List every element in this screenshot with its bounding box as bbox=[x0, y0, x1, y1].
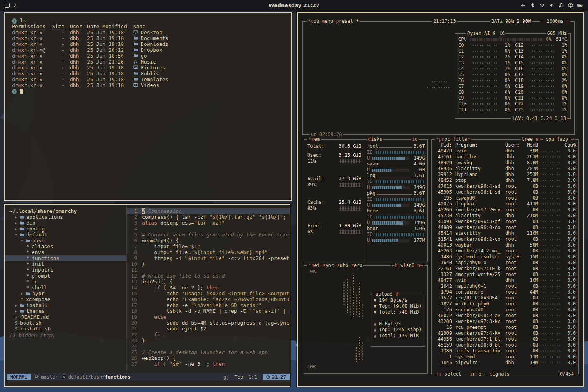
tab[interactable]: preset * bbox=[336, 18, 359, 24]
process-row[interactable]: 22161kworker/u97:10-kroot0B0.0 bbox=[432, 266, 578, 272]
volume-icon[interactable] bbox=[549, 3, 554, 8]
net-tabs[interactable]: *net─sync─auto─zero bbox=[307, 263, 363, 269]
process-row[interactable]: 48477nvimdhh10M0.0 bbox=[432, 278, 578, 283]
tree-item-inputrc[interactable]: *inputrc bbox=[5, 267, 126, 273]
process-row[interactable]: 31541kworker/u96:2-coroot0B0.0 bbox=[432, 236, 578, 242]
process-row[interactable]: 45305kworker/u96:1-sdroot0B0.0 bbox=[432, 189, 578, 195]
bluetooth-icon[interactable] bbox=[530, 3, 535, 8]
process-row[interactable]: 45414alacrittydhh210M0.0 bbox=[432, 230, 578, 236]
process-row[interactable]: 16rcu_preemptroot0B0.0 bbox=[432, 325, 578, 330]
tree-item-functions[interactable]: *functions bbox=[5, 255, 126, 261]
process-row[interactable]: 1642napi/phy0-1root0B0.0 bbox=[432, 283, 578, 289]
tab[interactable]: sync bbox=[323, 263, 334, 268]
process-row[interactable]: 44889kworker/u96:0-coroot0B0.0 bbox=[432, 225, 578, 230]
core-row: C01%C121% bbox=[455, 42, 570, 48]
tree-item-boot.sh[interactable]: $boot.sh bbox=[5, 320, 126, 326]
process-row[interactable]: 48429swaybgdhh8.6M0.0 bbox=[432, 160, 578, 166]
tree-item-prompt[interactable]: *prompt bbox=[5, 273, 126, 279]
proc-tabs[interactable]: *proc─filter bbox=[435, 136, 471, 142]
tab[interactable]: zero bbox=[351, 263, 362, 268]
process-row[interactable]: 44956kworker/u97:1-btroot0B0.0 bbox=[432, 336, 578, 342]
net-scale-bottom: 10K bbox=[307, 364, 316, 370]
process-row[interactable]: 1380btrfs-transactioroot0B0.0 bbox=[432, 348, 578, 354]
process-row[interactable]: 1327dmcrypt_write/25root0B0.0 bbox=[432, 272, 578, 278]
tree-item-envs[interactable]: *envs bbox=[5, 249, 126, 255]
system-monitor-window-btop[interactable]: *cpu─menu─preset * 21:27:13 BAT▲ 98% 2.9… bbox=[297, 12, 584, 387]
process-row[interactable]: 48452btopdhh7.8M0.0 bbox=[432, 178, 578, 183]
tree-item-bin[interactable]: ▸bin bbox=[5, 220, 126, 226]
tree-item-shell[interactable]: *shell bbox=[5, 285, 126, 290]
file-row: drwxr-xr-x-dhh25 Jun 19:18Desktop bbox=[12, 29, 291, 35]
user-icon[interactable] bbox=[568, 3, 573, 8]
process-row[interactable]: 176kcompactd0root0B0.0 bbox=[432, 307, 578, 313]
clock[interactable]: Wednesday 21:27 bbox=[0, 2, 588, 8]
process-row[interactable]: 45266kworker/u97:2+evroot0B0.0 bbox=[432, 207, 578, 213]
mem-stat-avail: Avail:27.3 GiB89% bbox=[307, 176, 361, 200]
process-row[interactable]: 45159kworker/u98:0-btroot0B0.0 bbox=[432, 342, 578, 348]
process-row[interactable]: 43208kworker/u97:3-kcroot0B0.0 bbox=[432, 319, 578, 325]
tree-item-aliases[interactable]: *aliases bbox=[5, 243, 126, 249]
wifi-icon[interactable] bbox=[539, 3, 545, 8]
editor-statusline: NORMAL master default/bash/functions gj … bbox=[5, 373, 290, 381]
process-row[interactable]: 1640napi/phy0-0root0B0.0 bbox=[432, 260, 578, 266]
tab[interactable]: *cpu bbox=[308, 18, 319, 24]
tree-item-README.md[interactable]: README.md bbox=[5, 314, 126, 320]
process-row[interactable]: 195kswapd0root0B0.0 bbox=[432, 195, 578, 201]
process-mem-graph bbox=[541, 221, 562, 222]
editor-window-neovim[interactable]: ~/.local/share/omarchy▸applications▸bin▸… bbox=[4, 204, 290, 387]
disks-tab[interactable]: disks bbox=[367, 136, 383, 142]
process-row[interactable]: 1577irq/81-PIXA3854:root0B0.0 bbox=[432, 295, 578, 301]
cpu-tabs[interactable]: *cpu─menu─preset * bbox=[307, 18, 360, 24]
process-row[interactable]: 1845pipewiredhh14M0.0 bbox=[432, 360, 578, 366]
tree-item-applications[interactable]: ▸applications bbox=[5, 214, 126, 220]
process-row[interactable]: 47613kworker/u96:4-sdroot0B0.0 bbox=[432, 183, 578, 189]
io-tab[interactable]: io bbox=[411, 136, 419, 142]
proc-footer[interactable]: ↑↓ select ─ info ─ signals bbox=[435, 371, 511, 377]
tree-item-themes[interactable]: ▸themes bbox=[5, 308, 126, 314]
mem-tab[interactable]: *mem bbox=[307, 136, 321, 142]
net-stats-title[interactable]: upload d bbox=[374, 291, 399, 297]
process-row[interactable]: 43091kworker/u96:3-gfroot0B0.0 bbox=[432, 219, 578, 225]
process-row[interactable]: 47161nautilusdhh263M0.0 bbox=[432, 154, 578, 160]
process-row[interactable]: 48478nvimdhh38M0.0 bbox=[432, 148, 578, 154]
network-interface[interactable]: ←b wlan0 n→ bbox=[391, 263, 425, 269]
tree-item-install.sh[interactable]: $install.sh bbox=[5, 326, 126, 332]
footer-action[interactable]: signals bbox=[490, 371, 510, 377]
process-row[interactable]: 40075dropboxroot413M0.0 bbox=[432, 201, 578, 207]
updates-icon[interactable] bbox=[521, 3, 526, 8]
tree-item-xcompose[interactable]: *xcompose bbox=[5, 296, 126, 302]
process-row[interactable]: 40013waybardhh58M0.0 bbox=[432, 242, 578, 248]
process-row[interactable]: 42309kworker/u97:4-kvroot0B0.0 bbox=[432, 330, 578, 336]
process-row[interactable]: 1486systemd-resolvesyst+15M0.0 bbox=[432, 254, 578, 260]
cpu-lazy-tab[interactable]: ← cpu lazy → bbox=[539, 136, 575, 142]
process-row[interactable]: 45263kworker/14:2-mm_root0B0.0 bbox=[432, 248, 578, 254]
process-row[interactable]: 48435alacrittydhh207M0.0 bbox=[432, 166, 578, 172]
process-row[interactable]: 1827mt76-tx phy0root0B0.0 bbox=[432, 301, 578, 307]
tab[interactable]: *net bbox=[309, 263, 320, 268]
tab[interactable]: filter bbox=[453, 136, 470, 142]
tree-item-init[interactable]: *init bbox=[5, 261, 126, 267]
process-row[interactable]: 39912Hyprlanddhh253M0.0 bbox=[432, 172, 578, 178]
tree-item-hypr[interactable]: ▸hypr bbox=[5, 290, 126, 296]
tab[interactable]: menu bbox=[322, 18, 333, 24]
process-row[interactable]: 1794containerdroot44M0.0 bbox=[432, 289, 578, 295]
terminal-window-ls[interactable]: ›lsPermissionsSizeUserDate ModifiedNamed… bbox=[4, 12, 292, 201]
process-row[interactable]: 45730alacrittydhh210M0.0 bbox=[432, 213, 578, 219]
process-row[interactable]: 46072kworker/u98:2-evroot0B0.0 bbox=[432, 313, 578, 319]
tree-tab[interactable]: tree e bbox=[520, 136, 539, 142]
process-row[interactable]: 1systemdroot13M0.0 bbox=[432, 354, 578, 360]
tree-item-install[interactable]: ▸install bbox=[5, 302, 126, 308]
update-interval[interactable]: ─ 2000ms + bbox=[540, 18, 570, 24]
tree-item-config[interactable]: ▸config bbox=[5, 226, 126, 232]
tab[interactable]: auto bbox=[337, 263, 348, 268]
battery-icon[interactable] bbox=[577, 3, 583, 8]
tab[interactable]: *proc bbox=[436, 136, 450, 142]
footer-action[interactable]: info bbox=[470, 371, 481, 377]
process-mem-graph bbox=[541, 298, 562, 299]
tree-item-default[interactable]: ▾default bbox=[5, 232, 126, 238]
tree-item-bash[interactable]: ▾bash bbox=[5, 238, 126, 243]
tree-item-rc[interactable]: *rc bbox=[5, 279, 126, 285]
network-icon[interactable] bbox=[559, 3, 564, 8]
hidden-items-note: (1 hidden item) bbox=[5, 332, 126, 338]
footer-action[interactable]: ↑↓ select bbox=[436, 371, 461, 377]
